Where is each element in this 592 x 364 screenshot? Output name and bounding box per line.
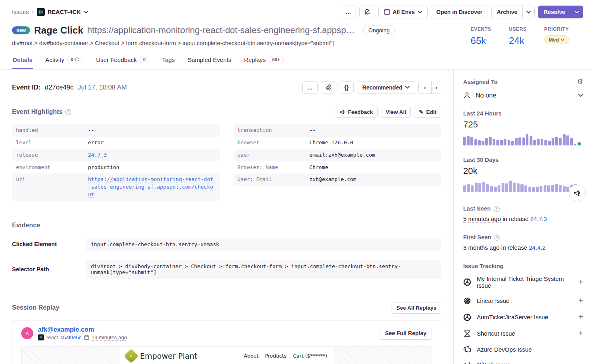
view-all-button[interactable]: View All [381,106,411,118]
issue-title: Rage Click [34,25,83,36]
tab-sampled-events[interactable]: Sampled Events [187,53,232,69]
help-icon[interactable]: ? [494,206,500,212]
chart-bar [536,187,539,192]
next-event-button[interactable]: › [432,81,441,94]
help-icon[interactable]: ? [494,235,500,241]
highlight-row-user: useremail:zxh@example.com [234,149,442,161]
assignee-selector[interactable]: No one [463,91,583,99]
see-all-replays-button[interactable]: See All Replays [392,302,441,314]
react-project-icon [38,334,44,340]
issue-tracking-item[interactable]: AutoTicketJiraServer Issue + [463,309,583,325]
users-stat-value[interactable]: 24k [509,35,526,46]
chart-bar [570,138,573,145]
event-id-value: d27ce49c [45,84,74,91]
plus-icon[interactable]: + [578,278,583,287]
tab-details-label: Details [13,56,32,63]
prev-event-button[interactable]: ‹ [418,81,432,94]
last-30d-count: 20k [463,166,583,176]
last-seen-release-link[interactable]: 24.7.3 [530,215,547,222]
replay-time-ago[interactable]: 13 minutes ago [92,334,127,341]
event-more-button[interactable]: … [302,81,318,94]
release-link[interactable]: 24.7.3 [88,151,107,159]
replay-id-link[interactable]: c5af0e5c [60,334,82,340]
session-replay-title: Session Replay [12,304,59,311]
last-30d-title: Last 30 Days [463,157,583,163]
feedback-button[interactable]: Feedback [335,106,378,118]
open-in-discover-button[interactable]: Open in Discover [431,6,488,18]
see-full-replay-button[interactable]: See Full Replay [380,327,432,340]
tab-activity[interactable]: Activity 0 [44,53,84,69]
gear-icon[interactable]: ⚙ [577,78,583,86]
clicked-element-label: Clicked Element [12,241,86,247]
chevron-down-icon [405,86,410,89]
event-timestamp[interactable]: Jul 17, 10:08 AM [78,84,127,91]
first-seen-ago[interactable]: 3 months ago [463,244,500,251]
first-seen-title: First Seen? [463,234,583,241]
events-stat-value[interactable]: 65k [471,35,492,46]
issue-tracking-item[interactable]: GitLab Issue [463,357,583,364]
plus-icon[interactable]: + [578,312,583,322]
replay-project-name: react [46,334,58,340]
last-seen-ago[interactable]: 5 minutes ago [463,215,501,223]
url-link[interactable]: https://application-monitoring-react-dot… [88,176,216,199]
event-sort-dropdown[interactable]: Recommended [357,81,415,94]
selector-path-label: Selector Path [12,266,86,273]
help-icon[interactable]: ? [65,109,71,115]
tab-replays[interactable]: Replays 50+ [243,53,284,69]
tab-details[interactable]: Details [12,53,33,69]
resolve-dropdown-button[interactable] [571,6,583,18]
chart-bar [559,185,562,192]
chart-bar [522,137,525,145]
issue-tracking-item[interactable]: Shortcut Issue + [463,325,583,342]
env-filter-button[interactable]: All Envs [378,6,428,18]
issue-details-main: Event ID: d27ce49c Jul 17, 10:08 AM … {}… [0,70,453,364]
highlight-row-browser: browserChrome 126.0.0 [234,137,442,149]
archive-button[interactable]: Archive [491,6,523,18]
highlights-table-right: transaction-- browserChrome 126.0.0 user… [234,124,442,186]
issue-tracking-item[interactable]: My Internal Ticket Triage System Issue + [463,272,583,292]
replay-viewport[interactable]: ⚡ Empower Plant About Products Cart ($**… [21,346,432,364]
live-indicator-dot [578,142,581,145]
comment-bubble-icon [75,57,80,62]
event-highlights-title: Event Highlights ? [12,108,71,115]
plus-icon[interactable]: + [578,296,583,305]
more-actions-button[interactable]: … [341,6,356,18]
issue-tracking-item-label: Linear Issue [477,297,573,304]
tab-tags[interactable]: Tags [161,53,176,69]
chart-bar [498,185,500,192]
issue-tracking-item[interactable]: Linear Issue + [463,292,583,309]
edit-highlights-button[interactable]: ✎ Edit [414,106,441,118]
highlight-row-release: release24.7.3 [12,149,220,161]
highlight-row-environment: environmentproduction [12,161,220,174]
resolve-button[interactable]: Resolve [538,6,571,18]
users-stat: USERS 24k [509,26,526,46]
azure-devops-icon [463,345,471,353]
priority-selector[interactable]: Med [544,35,569,44]
replay-user-email-link[interactable]: afk@example.com [38,326,127,333]
chart-bar [485,138,488,145]
plus-icon[interactable]: + [578,329,583,338]
event-pager: ‹ › [418,81,441,94]
event-json-button[interactable]: {} [340,81,354,94]
chevron-down-icon [561,39,564,41]
mute-notifications-button[interactable] [359,6,375,18]
edit-button-label: Edit [426,109,437,115]
archive-dropdown-button[interactable] [523,6,535,18]
events-stat: EVENTS 65k [471,26,492,46]
breadcrumb-issues-link[interactable]: Issues [12,9,29,15]
issue-tracking-item-label: My Internal Ticket Triage System Issue [477,275,573,289]
feedback-floating-button[interactable] [569,185,586,201]
tab-replays-label: Replays [244,56,266,63]
chart-bar [566,135,569,145]
window-icon [384,9,390,15]
chart-bar [494,187,497,192]
event-attachments-button[interactable] [321,81,336,93]
chart-bar [471,185,474,192]
project-selector[interactable]: REACT-4CK [37,8,88,16]
first-seen-value: 3 months ago in release 24.4.2 [463,244,583,251]
issue-tracking-item-label: Azure DevOps Issue [477,346,583,353]
first-seen-release-link[interactable]: 24.4.2 [529,244,546,251]
tab-user-feedback[interactable]: User Feedback 0 [95,53,150,69]
issue-tracking-item[interactable]: Azure DevOps Issue [463,342,583,357]
breadcrumb-separator-icon: › [32,9,34,15]
